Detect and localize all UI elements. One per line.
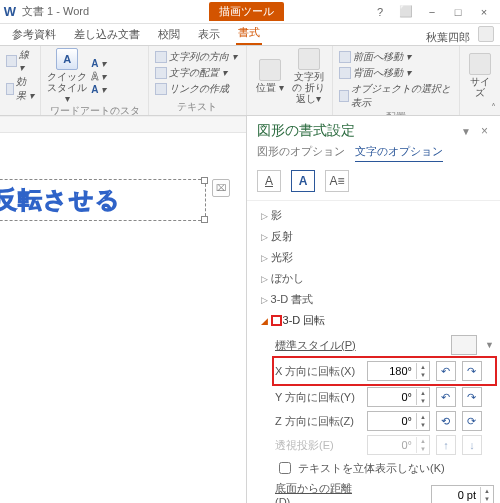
section-3d-format[interactable]: 3-D 書式 <box>261 289 494 310</box>
shape-outline-button[interactable]: 線 ▾ <box>6 48 34 73</box>
tab-review[interactable]: 校閲 <box>156 24 182 45</box>
x-rotate-left-button[interactable]: ↶ <box>436 361 456 381</box>
layout-options-icon[interactable]: ⌧ <box>212 179 230 197</box>
word-icon: W <box>0 4 20 19</box>
spin-up-icon[interactable]: ▲ <box>417 363 429 371</box>
preset-dropdown[interactable] <box>451 335 477 355</box>
spin-down-icon[interactable]: ▼ <box>417 371 429 379</box>
tab-references[interactable]: 参考資料 <box>10 24 58 45</box>
text-fill-button[interactable]: A▾ <box>91 58 105 69</box>
preset-label: 標準スタイル(P) <box>275 338 361 353</box>
fullwin-icon[interactable]: ⬜ <box>394 3 418 21</box>
y-rotation-input[interactable] <box>368 391 416 403</box>
wrap-text-button[interactable]: 文字列の 折り返し▾ <box>291 48 326 104</box>
perspective-wide-button: ↓ <box>462 435 482 455</box>
y-rotate-left-button[interactable]: ↶ <box>436 387 456 407</box>
send-backward-button[interactable]: 背面へ移動 ▾ <box>339 66 453 80</box>
account-icon[interactable] <box>478 26 494 42</box>
section-glow[interactable]: 光彩 <box>261 247 494 268</box>
highlight-marker-icon <box>271 315 282 326</box>
tab-format[interactable]: 書式 <box>236 22 262 45</box>
section-3d-rotation[interactable]: 3-D 回転 <box>261 310 494 331</box>
x-rotation-label: X 方向に回転(X) <box>275 364 361 379</box>
text-effects-button[interactable]: A▾ <box>91 84 105 95</box>
keep-text-flat-input[interactable] <box>279 462 291 474</box>
pane-menu-icon[interactable]: ▼ <box>455 126 477 137</box>
text-direction-button[interactable]: 文字列の方向 ▾ <box>155 50 240 64</box>
maximize-icon[interactable]: □ <box>446 3 470 21</box>
size-button[interactable]: サイズ <box>466 53 494 98</box>
minimize-icon[interactable]: − <box>420 3 444 21</box>
y-rotate-right-button[interactable]: ↷ <box>462 387 482 407</box>
subtab-shape-options[interactable]: 図形のオプション <box>257 144 345 162</box>
ruler <box>0 117 246 133</box>
z-rotation-label: Z 方向に回転(Z) <box>275 414 361 429</box>
pane-title: 図形の書式設定 <box>257 122 455 140</box>
text-outline-button[interactable]: A▾ <box>91 71 105 82</box>
section-reflection[interactable]: 反射 <box>261 226 494 247</box>
shape-effects-button[interactable]: 効果 ▾ <box>6 75 34 103</box>
distance-label: 底面からの距離(D) <box>275 481 361 503</box>
y-rotation-label: Y 方向に回転(Y) <box>275 390 361 405</box>
perspective-input <box>368 439 416 451</box>
y-rotation-spinner[interactable]: ▲▼ <box>367 387 430 407</box>
align-text-button[interactable]: 文字の配置 ▾ <box>155 66 240 80</box>
selection-pane-button[interactable]: オブジェクトの選択と表示 <box>339 82 453 110</box>
perspective-narrow-button: ↑ <box>436 435 456 455</box>
perspective-spinner: ▲▼ <box>367 435 430 455</box>
tab-mailings[interactable]: 差し込み文書 <box>72 24 142 45</box>
z-rotate-cw-button[interactable]: ⟳ <box>462 411 482 431</box>
wordart-textbox[interactable]: に反転させる <box>0 179 206 221</box>
perspective-label: 透視投影(E) <box>275 438 361 453</box>
x-rotation-spinner[interactable]: ▲▼ <box>367 361 430 381</box>
account-name[interactable]: 秋葉四郎 <box>424 27 472 48</box>
close-icon[interactable]: × <box>472 3 496 21</box>
window-title: 文書 1 - Word <box>20 4 89 19</box>
format-shape-pane: 図形の書式設定 ▼ × 図形のオプション 文字のオプション A A A≡ 影 反… <box>246 116 500 503</box>
z-rotate-ccw-button[interactable]: ⟲ <box>436 411 456 431</box>
collapse-ribbon-icon[interactable]: ˄ <box>491 102 496 113</box>
z-rotation-spinner[interactable]: ▲▼ <box>367 411 430 431</box>
text-effects-icon[interactable]: A <box>291 170 315 192</box>
tab-view[interactable]: 表示 <box>196 24 222 45</box>
help-icon[interactable]: ? <box>368 3 392 21</box>
distance-spinner[interactable]: ▲▼ <box>431 485 494 504</box>
text-fill-outline-icon[interactable]: A <box>257 170 281 192</box>
x-rotate-right-button[interactable]: ↷ <box>462 361 482 381</box>
section-soft-edges[interactable]: ぼかし <box>261 268 494 289</box>
wordart-text[interactable]: に反転させる <box>0 184 121 216</box>
pane-close-icon[interactable]: × <box>477 124 492 138</box>
group-wordart-styles: ワードアートのスタイル <box>47 104 142 116</box>
distance-input[interactable] <box>432 489 480 501</box>
bring-forward-button[interactable]: 前面へ移動 ▾ <box>339 50 453 64</box>
x-rotation-row: X 方向に回転(X) ▲▼ ↶ ↷ <box>275 359 494 383</box>
x-rotation-input[interactable] <box>368 365 416 377</box>
position-button[interactable]: 位置 ▾ <box>253 59 288 93</box>
create-link-button[interactable]: リンクの作成 <box>155 82 240 96</box>
contextual-tab-drawing[interactable]: 描画ツール <box>209 2 284 21</box>
textbox-icon[interactable]: A≡ <box>325 170 349 192</box>
group-text: テキスト <box>155 100 240 114</box>
z-rotation-input[interactable] <box>368 415 416 427</box>
quick-styles-button[interactable]: A クイック スタイル▾ <box>47 48 87 104</box>
subtab-text-options[interactable]: 文字のオプション <box>355 144 443 162</box>
keep-text-flat-checkbox[interactable]: テキストを立体表示しない(K) <box>275 459 494 477</box>
section-shadow[interactable]: 影 <box>261 205 494 226</box>
